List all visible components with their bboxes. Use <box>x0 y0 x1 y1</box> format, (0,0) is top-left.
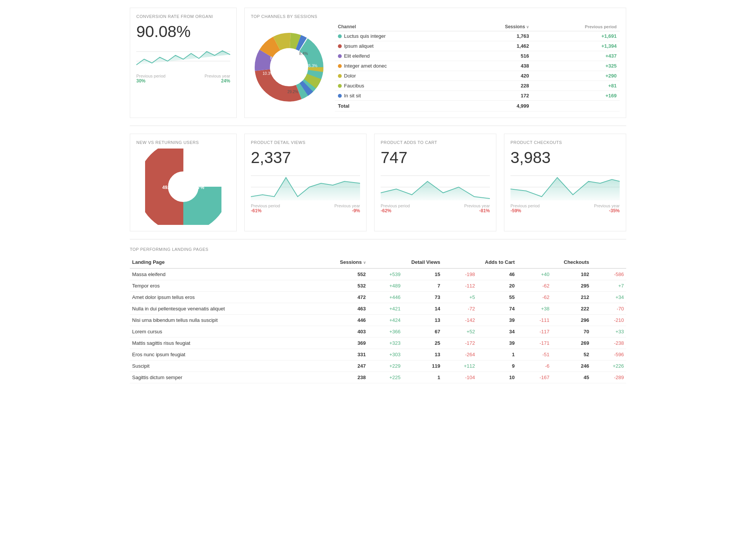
lp-checkouts: 45 <box>552 372 591 383</box>
lp-detail-diff: +5 <box>443 292 477 303</box>
landing-row: Nisi urna bibendum tellus nulla suscipit… <box>130 315 626 326</box>
landing-row: Massa eleifend 552 +539 15 -198 46 +40 1… <box>130 268 626 280</box>
landing-row: Nulla in dui pellentesque venenatis aliq… <box>130 303 626 315</box>
channel-diff: +1,691 <box>532 31 620 41</box>
channel-sessions: 1,763 <box>462 31 532 41</box>
product-detail-widget: PRODUCT DETAIL VIEWS 2,337 <box>244 134 367 231</box>
channels-table: Channel Sessions ∨ Previous period <box>335 23 620 111</box>
lp-page: Sagittis dictum semper <box>130 372 328 383</box>
col-sessions[interactable]: Sessions ∨ <box>462 23 532 31</box>
lp-detail-diff: -112 <box>443 280 477 292</box>
lp-sessions-diff: +489 <box>368 280 403 292</box>
prev-period-label: Previous period <box>136 74 165 78</box>
lp-sessions-diff: +446 <box>368 292 403 303</box>
lp-detail: 1 <box>403 372 443 383</box>
channel-name: Luctus quis integer <box>335 31 462 41</box>
product-checkouts-widget: PRODUCT CHECKOUTS 3,983 <box>504 134 626 231</box>
lp-col-sessions-diff <box>368 256 403 268</box>
channels-table-section: Channel Sessions ∨ Previous period <box>335 23 620 111</box>
lp-col-sessions[interactable]: Sessions ∨ <box>328 256 368 268</box>
lp-cart-diff: -167 <box>517 372 552 383</box>
lp-col-detail: Detail Views <box>403 256 443 268</box>
lp-col-detail-diff <box>443 256 477 268</box>
lp-cart: 20 <box>477 280 517 292</box>
channel-diff: +1,394 <box>532 41 620 51</box>
lp-checkouts: 52 <box>552 349 591 360</box>
lp-cart: 55 <box>477 292 517 303</box>
product-adds-widget: PRODUCT ADDS TO CART 747 <box>374 134 496 231</box>
lp-checkouts-diff: +34 <box>591 292 626 303</box>
lp-detail-diff: -198 <box>443 268 477 280</box>
lp-sessions-diff: +229 <box>368 360 403 372</box>
lp-cart-diff: -111 <box>517 315 552 326</box>
lp-cart-diff: -51 <box>517 349 552 360</box>
lp-col-cart-diff <box>517 256 552 268</box>
svg-marker-24 <box>381 181 490 200</box>
channel-name: Integer amet donec <box>335 61 462 71</box>
donut-chart: 8.4% 8.8% 10.3% 29.2% 35.3% <box>251 23 327 111</box>
landing-pages-title: TOP PERFORMING LANDING PAGES <box>130 247 626 252</box>
svg-marker-21 <box>251 178 360 200</box>
lp-col-checkouts: Checkouts <box>552 256 591 268</box>
lp-checkouts-diff: -210 <box>591 315 626 326</box>
lp-sessions: 403 <box>328 326 368 338</box>
lp-cart: 34 <box>477 326 517 338</box>
lp-cart: 74 <box>477 303 517 315</box>
channels-row: Dolor 420 +290 <box>335 71 620 81</box>
channel-sessions: 1,462 <box>462 41 532 51</box>
channels-row: Integer amet donec 438 +325 <box>335 61 620 71</box>
lp-sessions: 238 <box>328 372 368 383</box>
lp-sessions-diff: +424 <box>368 315 403 326</box>
lp-col-cart: Adds to Cart <box>477 256 517 268</box>
lp-page: Nisi urna bibendum tellus nulla suscipit <box>130 315 328 326</box>
channel-name: Ipsum aliquet <box>335 41 462 51</box>
landing-table: Landing Page Sessions ∨ Detail Views Add… <box>130 256 626 383</box>
channel-name: Dolor <box>335 71 462 81</box>
conversion-sparkline <box>136 44 230 71</box>
prev-year-label: Previous year <box>205 74 230 78</box>
conversion-title: CONVERSION RATE FROM ORGANI <box>136 14 230 19</box>
svg-text:8.8%: 8.8% <box>270 56 279 60</box>
lp-checkouts: 296 <box>552 315 591 326</box>
lp-page: Amet dolor ipsum tellus eros <box>130 292 328 303</box>
lp-detail-diff: -172 <box>443 338 477 349</box>
lp-detail: 15 <box>403 268 443 280</box>
lp-cart: 1 <box>477 349 517 360</box>
lp-checkouts: 212 <box>552 292 591 303</box>
lp-cart: 9 <box>477 360 517 372</box>
lp-detail: 119 <box>403 360 443 372</box>
channel-diff: +81 <box>532 81 620 91</box>
lp-checkouts-diff: -70 <box>591 303 626 315</box>
lp-cart-diff: +38 <box>517 303 552 315</box>
lp-sessions: 446 <box>328 315 368 326</box>
lp-sessions-diff: +539 <box>368 268 403 280</box>
row2: NEW VS RETURNING USERS 49.3% 50.7% PRODU… <box>130 134 626 239</box>
nvr-title: NEW VS RETURNING USERS <box>136 140 230 145</box>
channel-diff: +437 <box>532 51 620 61</box>
channel-sessions: 438 <box>462 61 532 71</box>
channel-name: In sit sit <box>335 91 462 101</box>
landing-row: Tempor eros 532 +489 7 -112 20 -62 295 +… <box>130 280 626 292</box>
channel-diff: +169 <box>532 91 620 101</box>
lp-checkouts: 70 <box>552 326 591 338</box>
channel-name: Faucibus <box>335 81 462 91</box>
lp-col-checkouts-diff <box>591 256 626 268</box>
landing-pages-section: TOP PERFORMING LANDING PAGES Landing Pag… <box>130 247 626 383</box>
pdv-value: 2,337 <box>251 149 360 167</box>
lp-cart-diff: +40 <box>517 268 552 280</box>
channel-sessions: 228 <box>462 81 532 91</box>
channels-total-label: Total <box>335 101 462 111</box>
channels-row: Faucibus 228 +81 <box>335 81 620 91</box>
lp-cart: 10 <box>477 372 517 383</box>
landing-row: Suscipit 247 +229 119 +112 9 -6 246 +226 <box>130 360 626 372</box>
pc-value: 3,983 <box>510 149 620 167</box>
lp-cart-diff: -6 <box>517 360 552 372</box>
lp-checkouts-diff: -289 <box>591 372 626 383</box>
pac-period-row: Previous period -62% Previous year -81% <box>381 204 490 213</box>
pc-title: PRODUCT CHECKOUTS <box>510 140 620 145</box>
lp-cart-diff: -62 <box>517 292 552 303</box>
lp-page: Mattis sagittis risus feugiat <box>130 338 328 349</box>
lp-sessions: 463 <box>328 303 368 315</box>
lp-detail: 14 <box>403 303 443 315</box>
landing-row: Eros nunc ipsum feugiat 331 +303 13 -264… <box>130 349 626 360</box>
